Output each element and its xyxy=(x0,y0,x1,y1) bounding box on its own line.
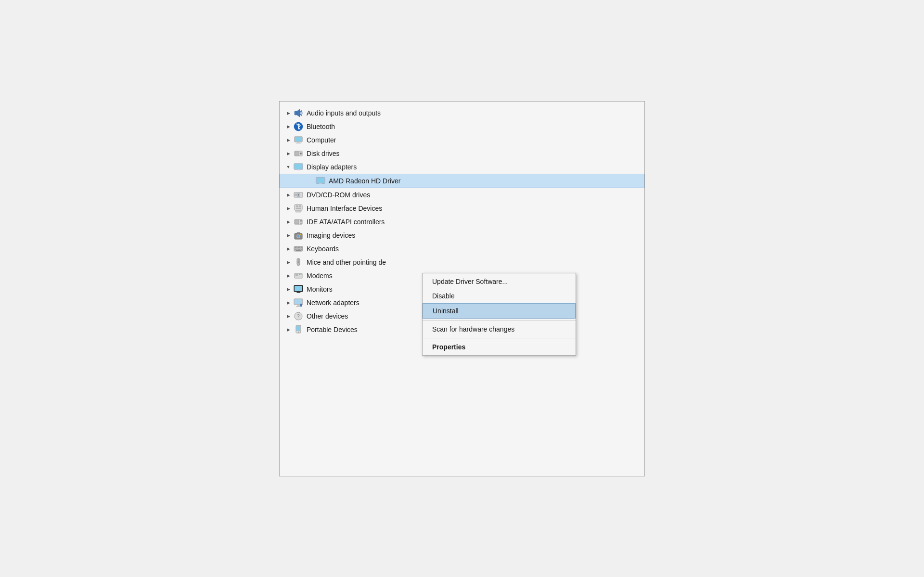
expand-arrow-monitors[interactable] xyxy=(284,285,292,293)
svg-rect-39 xyxy=(298,247,299,248)
svg-point-53 xyxy=(301,274,302,275)
svg-rect-69 xyxy=(297,325,299,326)
tree-item-label-keyboards: Keyboards xyxy=(307,245,339,253)
bluetooth-icon xyxy=(293,121,304,132)
tree-item-label-audio: Audio inputs and outputs xyxy=(307,109,381,117)
context-menu-item-disable[interactable]: Disable xyxy=(423,289,576,303)
expand-arrow-keyboards[interactable] xyxy=(284,245,292,253)
tree-item-label-diskdrives: Disk drives xyxy=(307,150,339,157)
amd-radeon-icon xyxy=(315,176,326,186)
expand-arrow-diskdrives[interactable] xyxy=(284,150,292,157)
tree-item-label-displayadapters: Display adapters xyxy=(307,163,357,171)
tree-item-label-portable: Portable Devices xyxy=(307,326,358,333)
svg-point-10 xyxy=(300,153,301,154)
expand-arrow-imaging[interactable] xyxy=(284,231,292,239)
network-icon xyxy=(293,297,304,308)
svg-rect-25 xyxy=(296,208,301,209)
svg-point-49 xyxy=(298,261,299,263)
svg-rect-34 xyxy=(297,232,300,234)
tree-item-mice[interactable]: Mice and other pointing de xyxy=(280,256,644,269)
svg-rect-12 xyxy=(295,164,302,169)
expand-arrow-audio[interactable] xyxy=(284,109,292,117)
svg-rect-22 xyxy=(295,210,301,212)
audio-icon xyxy=(293,108,304,118)
tree-item-bluetooth[interactable]: Bluetooth xyxy=(280,120,644,133)
tree-item-label-computer: Computer xyxy=(307,136,336,144)
expand-arrow-modems[interactable] xyxy=(284,272,292,280)
svg-rect-13 xyxy=(297,169,300,170)
camera-icon xyxy=(293,230,304,241)
context-menu-item-properties[interactable]: Properties xyxy=(423,340,576,354)
tree-item-dvdrom[interactable]: DVD/CD-ROM drives xyxy=(280,188,644,202)
hid-icon xyxy=(293,203,304,214)
expand-arrow-mice[interactable] xyxy=(284,258,292,266)
ide-icon xyxy=(293,217,304,227)
svg-rect-21 xyxy=(295,205,302,210)
svg-rect-15 xyxy=(317,178,324,183)
tree-item-diskdrives[interactable]: Disk drives xyxy=(280,147,644,160)
svg-rect-46 xyxy=(301,249,302,250)
svg-point-68 xyxy=(298,332,299,333)
tree-item-computer[interactable]: Computer xyxy=(280,133,644,147)
svg-rect-6 xyxy=(296,143,301,143)
svg-rect-54 xyxy=(295,277,301,277)
svg-rect-29 xyxy=(300,221,302,222)
svg-marker-1 xyxy=(297,109,300,117)
tree-item-imaging[interactable]: Imaging devices xyxy=(280,229,644,242)
tree-item-displayadapters[interactable]: Display adapters xyxy=(280,160,644,174)
expand-arrow-computer[interactable] xyxy=(284,136,292,144)
monitor-icon xyxy=(293,284,304,295)
expand-arrow-bluetooth[interactable] xyxy=(284,123,292,130)
svg-point-35 xyxy=(300,234,301,235)
tree-item-keyboards[interactable]: Keyboards xyxy=(280,242,644,256)
svg-rect-45 xyxy=(299,249,300,250)
tree-item-hid[interactable]: Human Interface Devices xyxy=(280,202,644,215)
tree-item-label-modems: Modems xyxy=(307,272,333,280)
svg-rect-30 xyxy=(300,223,302,224)
svg-rect-5 xyxy=(297,142,300,143)
svg-rect-57 xyxy=(297,292,300,293)
expand-arrow-network[interactable] xyxy=(284,299,292,307)
svg-rect-60 xyxy=(295,299,302,304)
svg-rect-61 xyxy=(297,305,300,306)
expand-arrow-hid[interactable] xyxy=(284,205,292,212)
svg-rect-62 xyxy=(296,306,301,307)
svg-rect-42 xyxy=(295,249,296,250)
tree-item-label-amdradeon: AMD Radeon HD Driver xyxy=(329,177,400,185)
svg-rect-41 xyxy=(301,247,302,248)
svg-rect-24 xyxy=(299,205,301,207)
tree-item-label-dvdrom: DVD/CD-ROM drives xyxy=(307,191,370,199)
other-icon: ? xyxy=(293,311,304,321)
computer-icon xyxy=(293,135,304,145)
svg-rect-0 xyxy=(295,111,297,115)
svg-rect-20 xyxy=(295,193,296,196)
svg-rect-51 xyxy=(295,274,298,276)
tree-item-label-other: Other devices xyxy=(307,312,348,320)
disk-icon xyxy=(293,148,304,159)
svg-rect-37 xyxy=(295,247,296,248)
expand-arrow-portable[interactable] xyxy=(284,326,292,333)
context-menu-item-update[interactable]: Update Driver Software... xyxy=(423,274,576,289)
display-adapter-icon xyxy=(293,162,304,172)
expand-arrow-ideata[interactable] xyxy=(284,218,292,226)
tree-item-amdradeon[interactable]: AMD Radeon HD Driver Update Driver Softw… xyxy=(280,174,644,188)
tree-item-ideata[interactable]: IDE ATA/ATAPI controllers xyxy=(280,215,644,229)
svg-text:?: ? xyxy=(297,314,300,319)
context-menu: Update Driver Software... Disable Uninst… xyxy=(422,273,576,356)
context-menu-item-scan[interactable]: Scan for hardware changes xyxy=(423,322,576,336)
expand-arrow-displayadapters[interactable] xyxy=(284,163,292,171)
tree-item-label-bluetooth: Bluetooth xyxy=(307,123,335,130)
tree-item-label-monitors: Monitors xyxy=(307,285,333,293)
expand-arrow-other[interactable] xyxy=(284,312,292,320)
context-menu-item-uninstall[interactable]: Uninstall xyxy=(423,303,576,319)
svg-rect-28 xyxy=(300,220,302,221)
tree-item-audio[interactable]: Audio inputs and outputs xyxy=(280,106,644,120)
svg-rect-38 xyxy=(296,247,297,248)
tree-item-label-mice: Mice and other pointing de xyxy=(307,258,386,266)
device-manager-panel: Audio inputs and outputs Bluetooth Compu… xyxy=(279,101,645,476)
svg-rect-67 xyxy=(296,326,300,331)
svg-point-52 xyxy=(299,274,300,275)
tree-item-label-hid: Human Interface Devices xyxy=(307,205,382,212)
portable-icon xyxy=(293,324,304,335)
expand-arrow-dvdrom[interactable] xyxy=(284,191,292,199)
